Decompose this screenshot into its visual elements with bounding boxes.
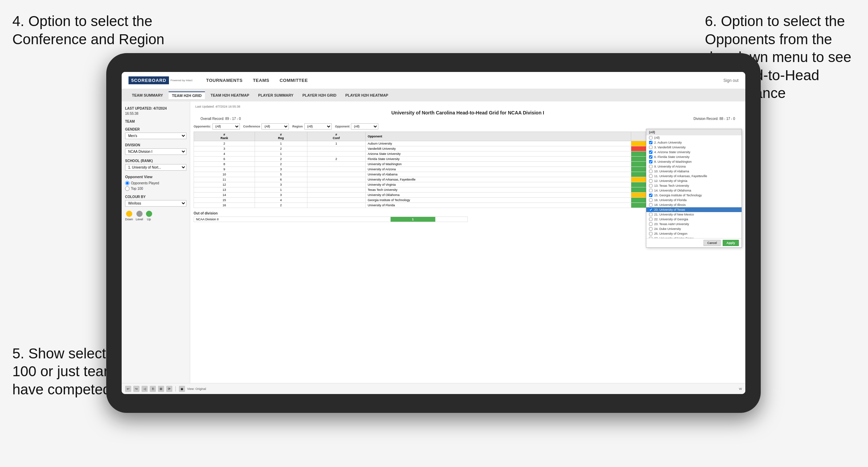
cell-conf	[307, 177, 365, 182]
dropdown-item[interactable]: 13. Texas Tech University	[646, 183, 742, 188]
cell-reg: 2	[255, 162, 307, 167]
cell-reg: 2	[255, 146, 307, 151]
last-updated-info: Last Updated: 4/7/2024 16:55:38	[195, 105, 240, 108]
dropdown-item[interactable]: 23. Texas A&M University	[646, 222, 742, 226]
dropdown-footer: Cancel Apply	[646, 238, 742, 247]
cell-reg: 6	[255, 177, 307, 182]
region-filter-select[interactable]: (All)	[304, 123, 332, 130]
sub-nav-player-summary[interactable]: PLAYER SUMMARY	[255, 92, 297, 99]
dropdown-item[interactable]: (All)	[646, 135, 742, 140]
dropdown-item[interactable]: 20. University of Texas	[646, 207, 742, 212]
gender-label: Gender	[125, 127, 186, 131]
paste-icon[interactable]: ⊞	[158, 386, 164, 392]
team-label: Team	[125, 120, 186, 123]
refresh-icon[interactable]: ⟳	[166, 386, 172, 392]
cell-opponent: University of Washington	[365, 162, 631, 167]
cell-rank: 15	[194, 198, 255, 203]
dropdown-item[interactable]: 16. University of Florida	[646, 198, 742, 202]
colour-by-label: Colour by	[125, 195, 186, 199]
cell-reg: 2	[255, 157, 307, 162]
opponent-filter-select[interactable]: (All)	[351, 123, 378, 130]
division-section: Division NCAA Division I	[125, 143, 186, 155]
cell-reg: 4	[255, 198, 307, 203]
school-select[interactable]: 1. University of Nort...	[125, 164, 186, 171]
cell-rank: 13	[194, 187, 255, 193]
cell-opponent: University of Oklahoma	[365, 193, 631, 198]
dropdown-item[interactable]: 3. Vanderbilt University	[646, 145, 742, 150]
cancel-button[interactable]: Cancel	[704, 240, 721, 246]
cell-conf	[307, 193, 365, 198]
dropdown-item[interactable]: 21. University of New Mexico	[646, 212, 742, 217]
sub-nav-team-h2h-heatmap[interactable]: TEAM H2H HEATMAP	[207, 92, 253, 99]
nav-bar: 5COREBOARD Powered by Intact TOURNAMENTS…	[122, 72, 745, 89]
cell-od-conf: NCAA Division II	[194, 217, 391, 222]
dropdown-item[interactable]: 12. University of Virginia	[646, 179, 742, 183]
legend-level: Level	[136, 211, 143, 221]
dropdown-item[interactable]: 18. University of Illinois	[646, 202, 742, 207]
cell-conf	[307, 182, 365, 187]
conference-filter-select[interactable]: (All)	[261, 123, 289, 130]
col-conf: #Conf	[307, 132, 365, 141]
nav-sign-out[interactable]: Sign out	[723, 78, 738, 83]
cell-rank: 6	[194, 157, 255, 162]
legend-up: Up	[146, 211, 152, 221]
copy-icon[interactable]: ⎘	[150, 386, 156, 392]
opponents-played-radio[interactable]: Opponents Played	[125, 181, 186, 185]
apply-button[interactable]: Apply	[723, 240, 739, 246]
col-opponent: Opponent	[365, 132, 631, 141]
dropdown-item[interactable]: 8. University of Washington	[646, 159, 742, 164]
nav-committee[interactable]: COMMITTEE	[280, 78, 308, 83]
main-content: Last Updated: 4/7/2024 16:55:38 Team Gen…	[122, 101, 745, 383]
cell-opponent: Florida State University	[365, 157, 631, 162]
dropdown-item[interactable]: 24. Duke University	[646, 226, 742, 231]
dropdown-item[interactable]: 14. University of Oklahoma	[646, 188, 742, 193]
gender-select[interactable]: Men's	[125, 133, 186, 139]
colour-by-select[interactable]: Win/loss	[125, 200, 186, 207]
opponents-filter-select[interactable]: (All)	[212, 123, 240, 130]
dropdown-item[interactable]: 11. University of Arkansas, Fayetteville	[646, 174, 742, 179]
cell-reg: 1	[255, 151, 307, 157]
dropdown-item[interactable]: 10. University of Alabama	[646, 169, 742, 174]
top-100-radio[interactable]: Top 100	[125, 186, 186, 191]
dropdown-item[interactable]: 22. University of Georgia	[646, 217, 742, 222]
sub-nav-player-h2h-heatmap[interactable]: PLAYER H2H HEATMAP	[342, 92, 392, 99]
logo-sub: Powered by Intact	[170, 79, 192, 82]
opponent-dropdown: (All) (All) 2. Auburn University 3. Vand…	[646, 129, 742, 248]
dropdown-item[interactable]: 6. Florida State University	[646, 155, 742, 159]
dropdown-item[interactable]: 15. Georgia Institute of Technology	[646, 193, 742, 198]
dropdown-item[interactable]: 25. University of Oregon	[646, 231, 742, 236]
annotation-top-left: 4. Option to select the Conference and R…	[12, 12, 184, 48]
undo-icon[interactable]: ↩	[125, 386, 131, 392]
tablet: 5COREBOARD Powered by Intact TOURNAMENTS…	[106, 53, 761, 413]
nav-tournaments[interactable]: TOURNAMENTS	[206, 78, 243, 83]
sidebar: Last Updated: 4/7/2024 16:55:38 Team Gen…	[122, 101, 190, 383]
sub-nav-player-h2h-grid[interactable]: PLAYER H2H GRID	[299, 92, 340, 99]
conference-filter-label: Conference	[243, 125, 260, 128]
cell-opponent: Georgia Institute of Technology	[365, 198, 631, 203]
opponent-view-section: Opponent View Opponents Played Top 100	[125, 175, 186, 191]
dropdown-item[interactable]: 9. University of Arizona	[646, 164, 742, 169]
last-updated-label: Last Updated: 4/7/2024	[125, 107, 186, 110]
view-icon[interactable]: ◉	[179, 386, 185, 392]
cell-conf	[307, 151, 365, 157]
dropdown-item[interactable]: 4. Arizona State University	[646, 150, 742, 155]
sub-nav-team-summary[interactable]: TEAM SUMMARY	[129, 92, 167, 99]
legend: Down Level Up	[125, 211, 186, 221]
redo-icon[interactable]: ↪	[133, 386, 139, 392]
cell-rank: 16	[194, 203, 255, 208]
cell-opponent: Vanderbilt University	[365, 146, 631, 151]
gender-section: Gender Men's	[125, 127, 186, 139]
cell-rank: 12	[194, 182, 255, 187]
dropdown-item[interactable]: 2. Auburn University	[646, 140, 742, 145]
back-icon[interactable]: ◁	[142, 386, 148, 392]
sub-nav-team-h2h-grid[interactable]: TEAM H2H GRID	[169, 91, 205, 99]
col-rank: #Rank	[194, 132, 255, 141]
nav-teams[interactable]: TEAMS	[253, 78, 269, 83]
cell-opponent: University of Alabama	[365, 172, 631, 177]
tablet-screen: 5COREBOARD Powered by Intact TOURNAMENTS…	[122, 72, 745, 394]
team-section: Team	[125, 120, 186, 123]
opponents-filter-group: Opponents: (All)	[194, 123, 240, 130]
cell-rank: 2	[194, 141, 255, 146]
zoom-label: W	[739, 387, 742, 391]
division-select[interactable]: NCAA Division I	[125, 148, 186, 155]
